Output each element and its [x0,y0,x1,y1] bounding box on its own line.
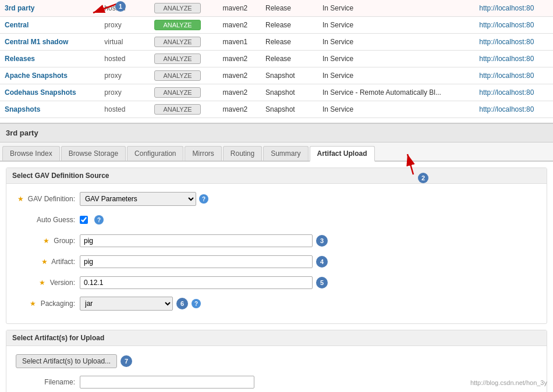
tab-browse-storage[interactable]: Browse Storage [61,146,126,161]
analyze-button[interactable]: ANALYZE [154,20,201,30]
table-row[interactable]: Central M1 shadow virtual ANALYZE maven1… [0,34,553,51]
repo-name[interactable]: 3rd party [0,0,100,17]
repo-format: maven2 [218,17,261,34]
repo-name[interactable]: Central M1 shadow [0,34,100,51]
packaging-row: ★ Packaging: jarwarpomear 6 ? [16,295,537,312]
analyze-button[interactable]: ANALYZE [154,37,201,47]
tab-browse-index[interactable]: Browse Index [2,146,60,161]
repo-url[interactable]: http://localhost:80 [474,84,553,101]
group-row: ★ Group: 3 [16,233,537,249]
packaging-required-star: ★ [30,300,36,308]
step-3-badge: 3 [316,235,328,247]
repo-policy: Snapshot [261,101,318,118]
tab-routing[interactable]: Routing [223,146,262,161]
repo-name[interactable]: Codehaus Snapshots [0,84,100,101]
repo-name[interactable]: Releases [0,51,100,67]
version-label: ★ Version: [16,279,80,287]
analyze-button[interactable]: ANALYZE [154,87,201,98]
repo-url[interactable]: http://localhost:80 [474,101,553,118]
watermark: http://blog.csdn.net/hon_3y [470,379,547,386]
repo-url[interactable]: http://localhost:80 [474,0,553,17]
gav-section-title: Select GAV Definition Source [6,168,547,184]
table-row[interactable]: Releases hosted ANALYZE maven2 Release I… [0,51,553,67]
packaging-select[interactable]: jarwarpomear [80,297,173,311]
repo-type: hosted [100,101,150,118]
upload-btn-row: Select Artifact(s) to Upload... 7 [16,353,537,369]
gav-definition-row: ★ GAV Definition: GAV ParametersPOM ? [16,191,537,207]
repo-format: maven2 [218,84,261,101]
auto-guess-help-icon[interactable]: ? [94,215,104,224]
gav-definition-select[interactable]: GAV ParametersPOM [80,192,196,206]
repo-type: virtual [100,34,150,51]
tab-mirrors[interactable]: Mirrors [185,146,221,161]
content-area: Select GAV Definition Source ★ GAV Defin… [0,168,553,392]
repo-format: maven1 [218,34,261,51]
gav-help-icon[interactable]: ? [199,194,208,204]
gav-section: Select GAV Definition Source ★ GAV Defin… [6,168,547,324]
repo-format: maven2 [218,67,261,84]
repo-policy: Snapshot [261,84,318,101]
repo-name[interactable]: Apache Snapshots [0,67,100,84]
repo-format: maven2 [218,0,261,17]
tab-configuration[interactable]: Configuration [127,146,183,161]
analyze-cell: ANALYZE [150,17,218,34]
filename-input[interactable] [80,376,254,389]
repo-policy: Release [261,17,318,34]
required-star: ★ [17,195,24,203]
analyze-cell: ANALYZE [150,67,218,84]
table-row[interactable]: Apache Snapshots proxy ANALYZE maven2 Sn… [0,67,553,84]
repo-name[interactable]: Central [0,17,100,34]
repo-url[interactable]: http://localhost:80 [474,67,553,84]
analyze-button[interactable]: ANALYZE [154,104,201,115]
tab-summary[interactable]: Summary [263,146,308,161]
repo-url[interactable]: http://localhost:80 [474,17,553,34]
repo-url[interactable]: http://localhost:80 [474,34,553,51]
repository-table: 3rd party hosted ANALYZE maven2 Release … [0,0,553,118]
table-row[interactable]: Codehaus Snapshots proxy ANALYZE maven2 … [0,84,553,101]
auto-guess-checkbox[interactable] [80,216,88,224]
group-label: ★ Group: [16,237,80,245]
repo-status: In Service [318,0,474,17]
repo-url[interactable]: http://localhost:80 [474,51,553,67]
artifact-row: ★ Artifact: 4 [16,254,537,270]
analyze-cell: ANALYZE [150,101,218,118]
form-body-gav: ★ GAV Definition: GAV ParametersPOM ? Au… [6,184,547,323]
repo-policy: Snapshot [261,67,318,84]
packaging-help-icon[interactable]: ? [192,299,201,308]
analyze-button[interactable]: ANALYZE [154,54,201,64]
artifact-input[interactable] [80,255,313,268]
gav-definition-label: ★ GAV Definition: [16,195,80,203]
upload-button[interactable]: Select Artifact(s) to Upload... [16,354,117,368]
section-title: 3rd party [6,129,38,137]
repo-status: In Service [318,17,474,34]
analyze-cell: ANALYZE [150,51,218,67]
step-7-badge: 7 [120,355,132,367]
packaging-label: ★ Packaging: [16,300,80,308]
table-row[interactable]: 3rd party hosted ANALYZE maven2 Release … [0,0,553,17]
artifact-label: ★ Artifact: [16,258,80,266]
repo-status: In Service [318,51,474,67]
step-5-badge: 5 [316,277,328,288]
group-required-star: ★ [43,237,49,245]
table-row[interactable]: Snapshots hosted ANALYZE maven2 Snapshot… [0,101,553,118]
repo-status: In Service [318,34,474,51]
artifact-required-star: ★ [41,258,48,266]
section-header: 3rd party [0,123,553,142]
analyze-cell: ANALYZE [150,34,218,51]
repo-format: maven2 [218,51,261,67]
upload-section: Select Artifact(s) for Upload Select Art… [6,330,547,392]
repo-name[interactable]: Snapshots [0,101,100,118]
repo-format: maven2 [218,101,261,118]
tab-artifact-upload[interactable]: Artifact Upload [310,146,375,162]
repo-status: In Service - Remote Automatically Bl... [318,84,474,101]
step-4-badge: 4 [316,256,328,268]
table-row[interactable]: Central proxy ANALYZE maven2 Release In … [0,17,553,34]
analyze-cell: ANALYZE [150,84,218,101]
group-input[interactable] [80,234,313,247]
analyze-button[interactable]: ANALYZE [154,70,201,81]
version-input[interactable] [80,276,313,289]
auto-guess-label: Auto Guess: [16,216,80,224]
analyze-button[interactable]: ANALYZE [154,3,201,13]
repo-type: proxy [100,84,150,101]
filename-label: Filename: [16,378,80,386]
